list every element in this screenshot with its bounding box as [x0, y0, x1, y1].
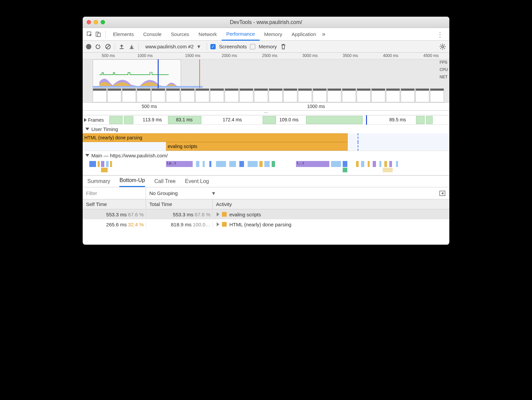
trash-icon[interactable] — [280, 43, 287, 50]
tab-network[interactable]: Network — [194, 28, 222, 41]
ruler-tick: 1000 ms — [137, 53, 153, 58]
settings-kebab-icon[interactable]: ⋮ — [433, 30, 447, 38]
capture-settings-gear-icon[interactable] — [439, 43, 446, 50]
separator — [138, 43, 139, 50]
load-profile-icon[interactable] — [118, 43, 125, 50]
save-profile-icon[interactable] — [128, 43, 135, 50]
collapse-main-icon[interactable] — [85, 154, 89, 157]
chevron-down-icon: ▼ — [211, 190, 216, 196]
collapse-user-timing-icon[interactable] — [85, 128, 89, 130]
grouping-label: No Grouping — [149, 190, 178, 196]
inspect-element-icon[interactable] — [85, 30, 94, 39]
tab-memory[interactable]: Memory — [260, 28, 287, 41]
frame-time: 113.9 ms — [143, 117, 162, 122]
titlebar: DevTools - www.paulirish.com/ — [83, 17, 449, 28]
clear-icon[interactable] — [105, 43, 111, 50]
ruler-tick: 1500 ms — [185, 53, 200, 58]
expand-frames-icon[interactable] — [84, 118, 87, 122]
collapsed-row-indicator[interactable]: ⋯ — [83, 111, 449, 115]
tab-performance[interactable]: Performance — [222, 28, 260, 41]
ruler-tick: 4000 ms — [383, 53, 398, 58]
self-time-pct: 67.6 % — [128, 212, 144, 217]
tab-elements[interactable]: Elements — [108, 28, 139, 41]
tab-application[interactable]: Application — [287, 28, 321, 41]
details-tabs: Summary Bottom-Up Call Tree Event Log — [83, 175, 449, 187]
panel-tabs: Elements Console Sources Network Perform… — [83, 28, 449, 41]
self-time-value: 553.3 ms — [106, 212, 127, 217]
expand-row-icon[interactable] — [217, 212, 219, 216]
collapse-details-icon[interactable] — [435, 191, 449, 196]
ruler-tick: 500 ms — [142, 104, 157, 109]
recording-selector[interactable]: www.paulirish.com #2 ▼ — [142, 44, 203, 49]
screenshot-thumbnails[interactable] — [93, 88, 436, 102]
tab-summary[interactable]: Summary — [87, 178, 110, 187]
frame-time: 83.1 ms — [176, 117, 193, 122]
label-cpu: CPU — [440, 67, 448, 72]
activity-color-swatch — [222, 222, 227, 227]
filter-input[interactable]: Filter — [83, 187, 146, 199]
ruler-tick: 3500 ms — [343, 53, 358, 58]
main-thread-label: Main — https://www.paulirish.com/ — [91, 153, 168, 158]
col-total-time[interactable]: Total Time — [146, 199, 213, 209]
flame-entry[interactable]: L…t — [296, 161, 329, 167]
tab-event-log[interactable]: Event Log — [185, 178, 209, 187]
activity-name: evaling scripts — [229, 212, 261, 217]
flame-chart[interactable]: La…t L…t — [83, 160, 449, 175]
timeline-overview[interactable]: 500 ms 1000 ms 1500 ms 2000 ms 2500 ms 3… — [83, 53, 449, 103]
tab-call-tree[interactable]: Call Tree — [154, 178, 176, 187]
label-net: NET — [440, 75, 448, 79]
total-time-value: 553.3 ms — [173, 212, 194, 217]
net-underline — [93, 86, 203, 88]
expand-row-icon[interactable] — [217, 222, 219, 226]
playhead-marker[interactable] — [366, 115, 367, 125]
activity-color-swatch — [222, 212, 227, 217]
frames-track[interactable]: Frames 113.9 ms 83.1 ms 172.4 ms 109.0 m… — [83, 115, 449, 125]
overview-ruler: 500 ms 1000 ms 1500 ms 2000 ms 2500 ms 3… — [83, 53, 449, 59]
user-timing-track[interactable]: User Timing HTML (nearly) done parsing e… — [83, 125, 449, 151]
user-timing-bar[interactable]: HTML (nearly) done parsing — [83, 133, 348, 142]
chevron-down-icon: ▼ — [196, 44, 201, 49]
dashed-marker — [358, 142, 358, 151]
table-row[interactable]: 265.6 ms32.4 % 818.9 ms100.0… HTML (near… — [83, 219, 449, 229]
reload-icon[interactable] — [95, 43, 101, 50]
screenshots-label: Screenshots — [219, 44, 247, 49]
frame-time: 109.0 ms — [279, 117, 299, 122]
ruler-tick: 500 ms — [102, 53, 115, 58]
device-toolbar-icon[interactable] — [94, 30, 103, 39]
main-thread-track[interactable]: Main — https://www.paulirish.com/ La…t L… — [83, 151, 449, 175]
user-timing-label: User Timing — [91, 126, 118, 132]
overview-side-labels: FPS CPU NET — [440, 60, 448, 79]
total-time-value: 818.9 ms — [171, 222, 192, 227]
filter-row: Filter No Grouping ▼ — [83, 187, 449, 199]
ruler-tick: 1000 ms — [307, 104, 325, 109]
separator — [115, 43, 115, 50]
screenshots-checkbox[interactable]: ✓ — [210, 44, 216, 49]
dashed-marker — [358, 133, 358, 142]
memory-checkbox[interactable] — [250, 44, 255, 49]
tab-bottom-up[interactable]: Bottom-Up — [119, 177, 145, 187]
col-self-time[interactable]: Self Time — [83, 199, 146, 209]
performance-toolbar: www.paulirish.com #2 ▼ ✓ Screenshots Mem… — [83, 41, 449, 53]
recording-selector-label: www.paulirish.com #2 — [145, 44, 194, 49]
svg-rect-2 — [98, 33, 100, 37]
grouping-select[interactable]: No Grouping ▼ — [146, 190, 219, 196]
devtools-window: DevTools - www.paulirish.com/ Elements C… — [83, 17, 449, 245]
flame-entry[interactable]: La…t — [166, 161, 193, 167]
frames-label: Frames — [88, 117, 104, 123]
col-activity[interactable]: Activity — [213, 199, 449, 209]
self-time-value: 265.6 ms — [106, 222, 127, 227]
record-button-icon[interactable] — [86, 44, 91, 49]
memory-label: Memory — [259, 44, 277, 49]
frame-time: 89.5 ms — [389, 117, 406, 122]
table-body: 553.3 ms67.6 % 553.3 ms67.6 % evaling sc… — [83, 209, 449, 243]
user-timing-bar-label: HTML (nearly) done parsing — [84, 135, 142, 140]
tab-sources[interactable]: Sources — [166, 28, 194, 41]
ruler-tick: 2000 ms — [222, 53, 237, 58]
tabs-overflow-icon[interactable]: » — [322, 31, 325, 38]
detail-ruler[interactable]: 500 ms 1000 ms — [83, 103, 449, 111]
table-row[interactable]: 553.3 ms67.6 % 553.3 ms67.6 % evaling sc… — [83, 209, 449, 219]
tab-console[interactable]: Console — [139, 28, 166, 41]
user-timing-bar[interactable]: evaling scripts — [166, 142, 348, 151]
self-time-pct: 32.4 % — [128, 222, 144, 227]
ruler-tick: 4500 ms — [423, 53, 439, 58]
